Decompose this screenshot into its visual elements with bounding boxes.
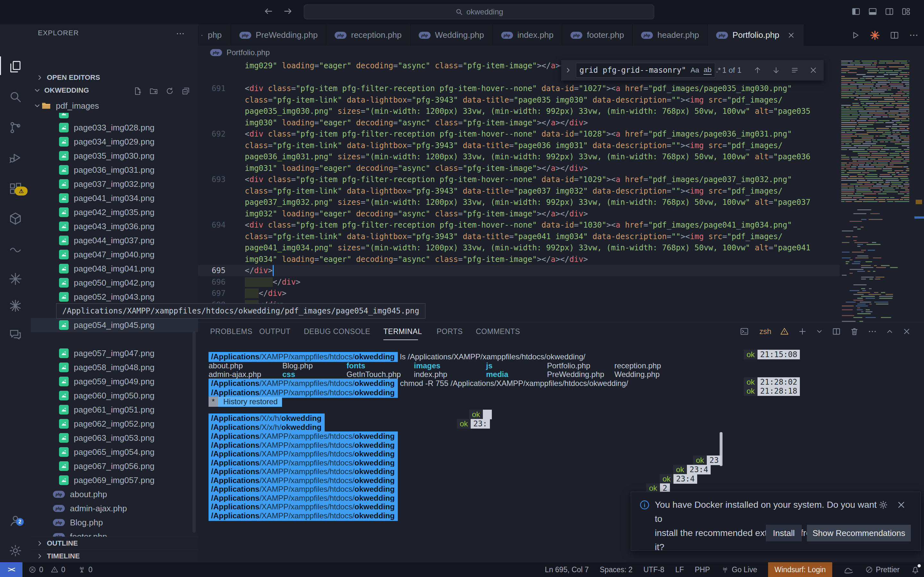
toggle-panel-icon[interactable]	[867, 6, 878, 17]
nav-forward-icon[interactable]	[282, 6, 293, 17]
warnings-icon[interactable]	[50, 566, 59, 574]
tab-footer.php[interactable]: phpfooter.php	[562, 24, 633, 46]
tab-index.php[interactable]: phpindex.php	[493, 24, 562, 46]
file-item[interactable]: page061_img051.png	[31, 403, 198, 417]
collapse-folders-icon[interactable]	[181, 87, 190, 95]
panel-tab-terminal[interactable]: TERMINAL	[383, 322, 422, 340]
panel-tab-ports[interactable]: PORTS	[437, 322, 463, 340]
error-count[interactable]: 0	[39, 566, 43, 574]
close-tab-icon[interactable]	[787, 31, 795, 39]
file-item[interactable]: page065_img054.png	[31, 445, 198, 459]
shell-name[interactable]: zsh	[759, 327, 771, 336]
tab-header.php[interactable]: phpheader.php	[633, 24, 708, 46]
encoding[interactable]: UTF-8	[643, 562, 664, 577]
file-item[interactable]: page034_img029.png	[31, 135, 198, 149]
file-item[interactable]: page057_img047.png	[31, 346, 198, 360]
file-item[interactable]: page048_img041.png	[31, 261, 198, 276]
errors-icon[interactable]	[28, 566, 37, 574]
tab-Wedding.php[interactable]: phpWedding.php	[410, 24, 493, 46]
install-button[interactable]: Install	[766, 525, 802, 542]
tab-PreWedding.php[interactable]: phpPreWedding.php	[231, 24, 326, 46]
panel-tab-output[interactable]: OUTPUT	[259, 322, 291, 340]
warning-count[interactable]: 0	[61, 566, 65, 574]
starburst2-icon[interactable]	[0, 294, 31, 318]
split-terminal-icon[interactable]	[832, 327, 841, 336]
go-live-button[interactable]: Go Live	[721, 562, 757, 577]
file-item[interactable]: page036_img031.png	[31, 163, 198, 177]
kill-terminal-icon[interactable]	[850, 327, 859, 336]
panel-tab-problems[interactable]: PROBLEMS	[210, 322, 252, 340]
file-item[interactable]: page069_img057.png	[31, 473, 198, 487]
command-center-search[interactable]: okwedding	[304, 5, 654, 19]
refresh-icon[interactable]	[165, 87, 174, 95]
accounts-icon[interactable]: 2	[0, 509, 31, 532]
show-recommendations-button[interactable]: Show Recommendations	[807, 525, 911, 542]
windsurf-login-button[interactable]: Windsurf: Login	[768, 562, 832, 577]
new-file-icon[interactable]	[133, 87, 142, 95]
search-icon[interactable]	[0, 85, 31, 108]
remote-indicator[interactable]: ><	[0, 562, 23, 577]
file-item[interactable]: page059_img049.png	[31, 374, 198, 388]
split-editor-icon[interactable]	[889, 30, 900, 40]
sidebar-more-actions-icon[interactable]	[176, 29, 185, 39]
toggle-secondary-sidebar-icon[interactable]	[884, 6, 895, 17]
find-in-selection-icon[interactable]	[790, 66, 799, 75]
outline-section[interactable]: OUTLINE	[31, 537, 198, 550]
file-item[interactable]: page033_img028.png	[31, 121, 198, 135]
file-item[interactable]: page060_img050.png	[31, 388, 198, 403]
match-case-toggle[interactable]: Aa	[690, 66, 699, 74]
customize-layout-icon[interactable]	[901, 6, 911, 17]
clipped-file-item[interactable]	[31, 113, 198, 121]
settings-gear-icon[interactable]	[0, 539, 31, 562]
folder-item[interactable]: pdf_images	[31, 99, 198, 113]
cursor-position[interactable]: Ln 695, Col 7	[545, 562, 589, 577]
tab-Portfolio.php[interactable]: phpPortfolio.php	[708, 24, 804, 47]
run-file-icon[interactable]	[850, 30, 861, 40]
box-icon[interactable]	[0, 207, 31, 230]
find-next-icon[interactable]	[772, 66, 780, 75]
eol-sequence[interactable]: LF	[675, 562, 684, 577]
panel-tab-comments[interactable]: COMMENTS	[476, 322, 520, 340]
files-icon[interactable]	[0, 55, 31, 78]
find-input[interactable]: grid pfg-grid--masonry" Aa ab .*	[576, 63, 715, 77]
tab-overflow[interactable]: ·php	[198, 24, 231, 46]
file-item[interactable]: page042_img035.png	[31, 205, 198, 219]
new-folder-icon[interactable]	[149, 87, 158, 95]
toggle-sidebar-icon[interactable]	[851, 6, 861, 17]
new-terminal-icon[interactable]	[798, 327, 807, 336]
windsurf-cascade-icon[interactable]	[869, 30, 880, 41]
file-item[interactable]: page047_img040.png	[31, 247, 198, 261]
prettier-status[interactable]: Prettier	[865, 562, 900, 577]
panel-more-actions-icon[interactable]	[867, 327, 877, 336]
notifications-bell-icon[interactable]	[911, 565, 920, 574]
file-item[interactable]: page063_img053.png	[31, 431, 198, 445]
file-item[interactable]: page062_img052.png	[31, 417, 198, 431]
file-item[interactable]: page052_img043.png	[31, 290, 198, 304]
regex-toggle[interactable]: .*	[716, 66, 721, 74]
minimap[interactable]	[841, 59, 914, 322]
sidebar-scrollbar[interactable]	[192, 332, 196, 533]
file-item[interactable]: page058_img048.png	[31, 360, 198, 374]
ports-count[interactable]: 0	[89, 566, 93, 574]
open-editors-section[interactable]: OPEN EDITORS	[31, 71, 198, 84]
timeline-section[interactable]: TIMELINE	[31, 550, 198, 562]
file-item[interactable]: page035_img030.png	[31, 149, 198, 163]
file-item[interactable]: page050_img042.png	[31, 276, 198, 290]
file-item[interactable]: page044_img037.png	[31, 234, 198, 247]
maximize-panel-icon[interactable]	[885, 327, 894, 335]
ports-icon[interactable]	[78, 566, 86, 574]
panel-tab-debug-console[interactable]: DEBUG CONSOLE	[304, 322, 370, 340]
wave-icon[interactable]	[0, 237, 31, 260]
surf-icon[interactable]	[843, 564, 854, 575]
starburst-icon[interactable]	[0, 268, 31, 290]
language-mode[interactable]: PHP	[695, 562, 710, 577]
terminal-warning-icon[interactable]	[780, 327, 789, 336]
run-debug-icon[interactable]	[0, 146, 31, 169]
chat-icon[interactable]	[0, 323, 31, 346]
editor-more-actions-icon[interactable]	[909, 30, 919, 40]
source-control-icon[interactable]	[0, 116, 31, 139]
close-find-icon[interactable]	[809, 66, 818, 75]
tab-reception.php[interactable]: phpreception.php	[326, 24, 410, 46]
close-panel-icon[interactable]	[902, 327, 911, 336]
notification-settings-icon[interactable]	[878, 500, 888, 510]
